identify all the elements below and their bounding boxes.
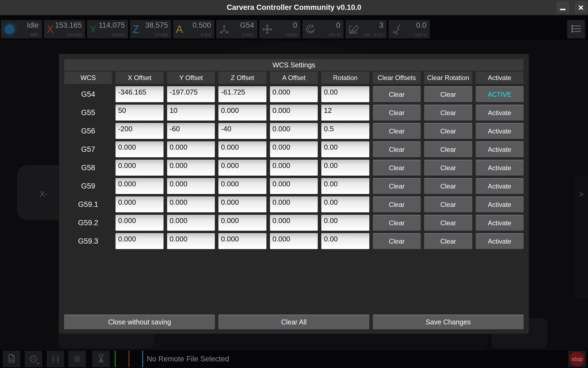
x-offset-input[interactable]	[116, 123, 163, 139]
close-button[interactable]: ×	[575, 1, 587, 13]
a-offset-input[interactable]	[270, 105, 318, 121]
activate-button[interactable]: Activate	[476, 233, 524, 249]
wcs-row-label: G57	[64, 141, 112, 157]
axis-cell-x[interactable]: X153.165-193.000	[44, 20, 85, 38]
z-offset-input[interactable]	[218, 141, 266, 157]
x-offset-input[interactable]	[116, 141, 163, 157]
z-offset-input[interactable]	[218, 86, 266, 102]
activate-button[interactable]: Activate	[476, 105, 524, 121]
clear-all-button[interactable]: Clear All	[218, 315, 369, 329]
z-offset-input[interactable]	[218, 123, 266, 139]
clear-rotation-button[interactable]: Clear	[424, 178, 472, 194]
rotation-input[interactable]	[321, 123, 369, 139]
clear-offsets-button[interactable]: Clear	[373, 105, 421, 121]
wcs-cell[interactable]: G540.000°	[216, 20, 257, 38]
activate-button[interactable]: Activate	[476, 215, 524, 231]
axis-cell-a[interactable]: A0.5000.500	[173, 20, 214, 38]
rotation-input[interactable]	[321, 196, 369, 212]
activate-button[interactable]: ACTIVE	[476, 86, 524, 102]
rotation-input[interactable]	[321, 178, 369, 194]
clear-rotation-button[interactable]: Clear	[424, 105, 472, 121]
a-offset-input[interactable]	[270, 215, 318, 231]
run-job-button[interactable]: ⚙▶	[25, 351, 42, 367]
clear-rotation-button[interactable]: Clear	[424, 160, 472, 176]
clear-offsets-button[interactable]: Clear	[373, 178, 421, 194]
feedrate-cell[interactable]: 010000	[259, 20, 300, 38]
clear-offsets-button[interactable]: Clear	[373, 86, 421, 102]
x-offset-input[interactable]	[116, 86, 163, 102]
tool-cell[interactable]: 3WP: 4.07v	[345, 20, 387, 38]
axis-value: 0.500	[192, 21, 211, 30]
a-offset-input[interactable]	[270, 86, 318, 102]
a-offset-input[interactable]	[270, 233, 318, 249]
clear-offsets-button[interactable]: Clear	[373, 196, 421, 212]
activate-button[interactable]: Activate	[476, 178, 524, 194]
clear-offsets-button[interactable]: Clear	[373, 141, 421, 157]
laser-cell[interactable]: 0.0100 %	[389, 20, 430, 38]
rotation-input[interactable]	[321, 105, 369, 121]
activate-button[interactable]: Activate	[476, 160, 524, 176]
spindle-cell[interactable]: 0100 %	[302, 20, 344, 38]
stop-job-button[interactable]	[68, 351, 86, 367]
axis-value: 153.165	[55, 21, 82, 30]
a-offset-input[interactable]	[270, 160, 318, 176]
a-offset-input[interactable]	[270, 196, 318, 212]
activate-button[interactable]: Activate	[476, 141, 524, 157]
machine-status-cell[interactable]: Idle WiFi	[1, 20, 42, 38]
axis-cell-y[interactable]: Y114.075-83.000	[87, 20, 128, 38]
clear-offsets-button[interactable]: Clear	[373, 123, 421, 139]
main-menu-button[interactable]	[567, 20, 585, 38]
a-offset-input[interactable]	[270, 141, 318, 157]
open-file-button[interactable]	[3, 351, 20, 367]
rotation-input[interactable]	[321, 215, 369, 231]
y-offset-input[interactable]	[167, 160, 215, 176]
rotation-input[interactable]	[321, 141, 369, 157]
clear-rotation-button[interactable]: Clear	[424, 233, 472, 249]
job-timer-button[interactable]	[92, 351, 110, 367]
y-offset-input[interactable]	[167, 233, 215, 249]
wcs-sub-value: 0.000°	[242, 32, 254, 37]
axis-letter: Z	[133, 23, 139, 35]
minimize-button[interactable]	[556, 1, 569, 13]
rotation-input[interactable]	[321, 233, 369, 249]
activate-button[interactable]: Activate	[476, 196, 524, 212]
clear-rotation-button[interactable]: Clear	[424, 86, 472, 102]
y-offset-input[interactable]	[167, 105, 215, 121]
y-offset-input[interactable]	[167, 215, 215, 231]
close-without-saving-button[interactable]: Close without saving	[64, 315, 215, 329]
y-offset-input[interactable]	[167, 123, 215, 139]
z-offset-input[interactable]	[218, 160, 266, 176]
z-offset-input[interactable]	[218, 215, 266, 231]
a-offset-input[interactable]	[270, 178, 318, 194]
rotation-input[interactable]	[321, 160, 369, 176]
save-changes-button[interactable]: Save Changes	[373, 315, 524, 329]
clear-rotation-button[interactable]: Clear	[424, 141, 472, 157]
x-offset-input[interactable]	[116, 215, 163, 231]
z-offset-input[interactable]	[218, 196, 266, 212]
clear-rotation-button[interactable]: Clear	[424, 123, 472, 139]
clear-offsets-button[interactable]: Clear	[373, 160, 421, 176]
a-offset-input[interactable]	[270, 123, 318, 139]
y-offset-input[interactable]	[167, 86, 215, 102]
emergency-stop-button[interactable]: stop	[568, 351, 586, 367]
clear-offsets-button[interactable]: Clear	[373, 233, 421, 249]
clear-rotation-button[interactable]: Clear	[424, 215, 472, 231]
y-offset-input[interactable]	[167, 196, 215, 212]
clear-rotation-button[interactable]: Clear	[424, 196, 472, 212]
clear-offsets-button[interactable]: Clear	[373, 215, 421, 231]
x-offset-input[interactable]	[116, 160, 163, 176]
x-offset-input[interactable]	[116, 105, 163, 121]
x-offset-input[interactable]	[116, 233, 163, 249]
y-offset-input[interactable]	[167, 141, 215, 157]
y-offset-input[interactable]	[167, 178, 215, 194]
pause-button[interactable]	[47, 351, 64, 367]
rotation-input[interactable]	[321, 86, 369, 102]
activate-button[interactable]: Activate	[476, 123, 524, 139]
z-offset-input[interactable]	[218, 178, 266, 194]
x-offset-input[interactable]	[116, 178, 163, 194]
axis-cell-z[interactable]: Z38.575-37.000	[130, 20, 171, 38]
z-offset-input[interactable]	[218, 105, 266, 121]
side-panel-toggle[interactable]: >	[575, 175, 588, 299]
x-offset-input[interactable]	[116, 196, 163, 212]
z-offset-input[interactable]	[218, 233, 266, 249]
